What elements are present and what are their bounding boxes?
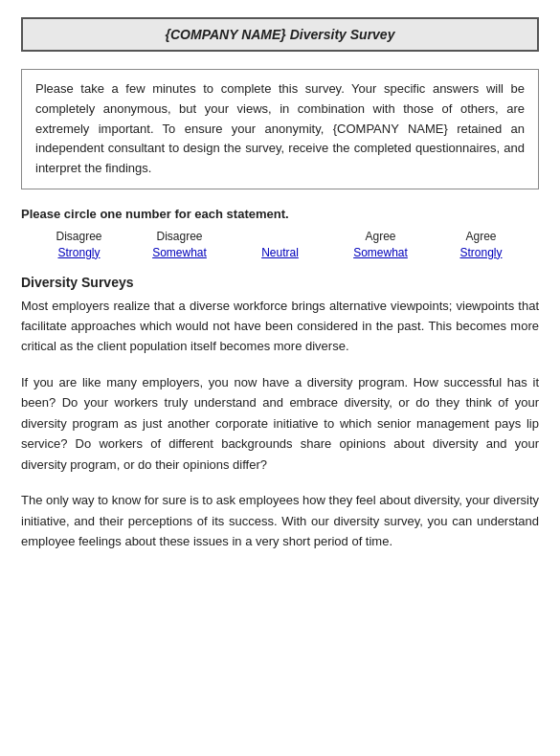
- scale-col-2-line1: Disagree: [129, 229, 230, 245]
- scale-col-1: Disagree Strongly: [29, 229, 129, 261]
- section-title: Diversity Surveys: [21, 275, 539, 290]
- paragraph-3: The only way to know for sure is to ask …: [21, 490, 539, 551]
- scale-col-3: Neutral: [230, 245, 330, 261]
- scale-section: Please circle one number for each statem…: [21, 207, 539, 261]
- diversity-section: Diversity Surveys Most employers realize…: [21, 275, 539, 552]
- scale-col-1-line1: Disagree: [29, 229, 129, 245]
- survey-title: {COMPANY NAME} Diversity Survey: [21, 17, 539, 52]
- scale-col-2: Disagree Somewhat: [129, 229, 230, 261]
- scale-col-4-line1: Agree: [330, 229, 431, 245]
- scale-header: Disagree Strongly Disagree Somewhat Neut…: [21, 229, 539, 261]
- intro-box: Please take a few minutes to complete th…: [21, 69, 539, 189]
- scale-col-4: Agree Somewhat: [330, 229, 431, 261]
- scale-col-5-line1: Agree: [431, 229, 531, 245]
- scale-col-5-line2: Strongly: [431, 245, 531, 261]
- intro-text: Please take a few minutes to complete th…: [35, 79, 525, 179]
- scale-instruction: Please circle one number for each statem…: [21, 207, 539, 221]
- paragraph-2: If you are like many employers, you now …: [21, 372, 539, 475]
- scale-col-1-line2: Strongly: [29, 245, 129, 261]
- paragraph-1: Most employers realize that a diverse wo…: [21, 296, 539, 357]
- scale-col-2-line2: Somewhat: [129, 245, 230, 261]
- scale-col-4-line2: Somewhat: [330, 245, 431, 261]
- scale-col-3-line2: Neutral: [230, 245, 330, 261]
- scale-col-5: Agree Strongly: [431, 229, 531, 261]
